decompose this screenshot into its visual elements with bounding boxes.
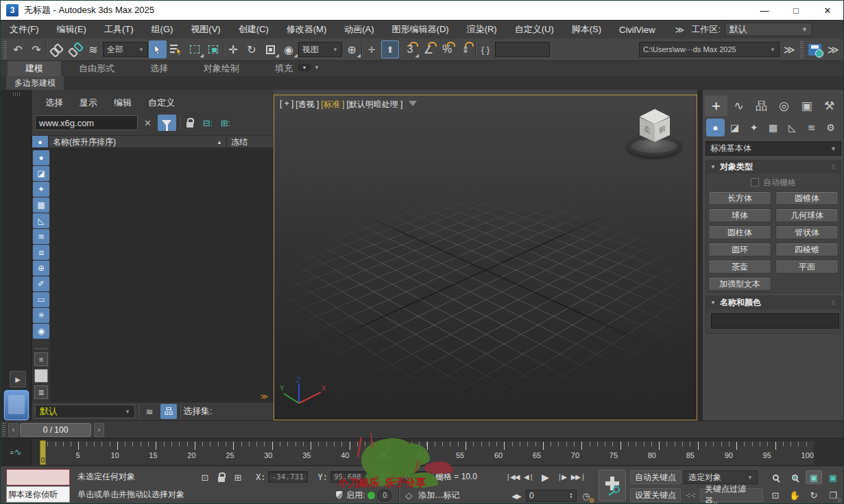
menu-item[interactable]: 编辑(E) (48, 21, 95, 38)
select-and-place-button[interactable]: ◉◢ (280, 40, 298, 58)
primitive-category-dropdown[interactable]: 标准基本体 ▼ (706, 141, 841, 156)
utilities-tab[interactable]: ⚒ (818, 95, 841, 116)
display-children-button[interactable]: ≡ (34, 352, 48, 366)
select-and-move-button[interactable]: ✛ (224, 40, 242, 58)
filter-button[interactable] (158, 115, 176, 131)
workspace-dropdown[interactable]: 默认 ▼ (725, 23, 812, 36)
menu-item[interactable]: CivilView (610, 21, 664, 38)
keyboard-shortcut-override-button[interactable]: ⬆ (381, 40, 399, 58)
shield-icon[interactable] (335, 490, 343, 500)
menu-item[interactable]: 组(G) (143, 21, 182, 38)
wire-cube-icon[interactable]: ◇ (402, 488, 415, 502)
percent-snap-button[interactable]: % (438, 40, 456, 58)
bind-to-spacewarp-button[interactable]: ≋ (84, 40, 102, 58)
named-selection-sets-dropdown[interactable] (495, 42, 550, 57)
rectangular-selection-region-button[interactable]: ◢ (186, 40, 204, 58)
open-mini-curve-editor-button[interactable]: ≡∿ (1, 439, 32, 466)
helpers-category-button[interactable]: ◺ (783, 119, 801, 136)
close-button[interactable]: ✕ (812, 1, 843, 20)
selection-filter-dropdown[interactable]: 全部 ▼ (103, 42, 148, 57)
maxscript-mini-listener[interactable]: 脚本迷你侦听 (6, 486, 70, 503)
primitive-button[interactable]: 圆环 (708, 243, 771, 256)
edit-named-selection-sets-button[interactable]: { } (477, 40, 494, 58)
pan-hand-icon[interactable]: ✋ (786, 488, 803, 502)
toolbar-overflow2-icon[interactable]: ≫ (824, 40, 842, 58)
ribbon-tab[interactable]: 自由形式 (61, 61, 132, 76)
viewport-pov-menu[interactable]: [透视 ] (296, 99, 319, 110)
autosave-button[interactable] (806, 40, 823, 58)
menu-item[interactable]: 视图(V) (182, 21, 229, 38)
viewport-layout-tab-button[interactable] (4, 390, 29, 420)
spinner-snap-button[interactable]: ⇕ (457, 40, 474, 58)
toolbar-overflow-icon[interactable]: ≫ (780, 40, 798, 58)
display-bones[interactable]: ✐ (33, 276, 49, 291)
ribbon-tab[interactable]: 选择 (132, 61, 186, 76)
frame-back-forward-icon[interactable]: ◀▶ (509, 490, 523, 503)
scene-explorer-menu-item[interactable]: 自定义 (141, 95, 182, 110)
display-groups[interactable]: ⧈ (33, 245, 49, 260)
viewport-filter-icon[interactable] (409, 101, 417, 106)
primitive-button[interactable]: 四棱锥 (775, 243, 839, 256)
toolbar-drag-handle[interactable] (3, 40, 7, 58)
next-frame-button[interactable]: › (94, 423, 104, 437)
display-spacewarps[interactable]: ≋ (33, 229, 49, 244)
reference-coordinate-dropdown[interactable]: 视图 ▼ (298, 42, 342, 57)
viewport-style-menu[interactable]: [标准 ] (321, 99, 344, 110)
select-and-link-button[interactable] (47, 40, 65, 58)
display-particles[interactable]: ✳ (33, 308, 49, 323)
primitive-button[interactable]: 圆锥体 (775, 191, 839, 205)
display-cameras[interactable]: ▦ (33, 197, 49, 213)
object-name-input[interactable] (711, 313, 839, 328)
clear-search-icon[interactable]: ✕ (141, 118, 155, 128)
project-folder-dropdown[interactable]: C:\Users\ww⋯ds Max 2025 ▼ (639, 42, 780, 57)
hierarchy-view-button[interactable]: 品 (160, 404, 177, 419)
view-cube[interactable]: 左 前 (625, 105, 684, 163)
select-and-manipulate-button[interactable]: ✛ (363, 40, 381, 58)
display-xrefs[interactable]: ⊕ (33, 261, 49, 276)
display-helpers[interactable]: ◺ (33, 213, 49, 228)
display-tab[interactable]: ▣ (795, 95, 818, 116)
menu-item[interactable]: 动画(A) (335, 21, 383, 38)
absolute-mode-transform-button[interactable]: ⊞ (231, 470, 245, 484)
primitive-button[interactable]: 加强型文本 (708, 277, 771, 291)
display-geometry[interactable]: ● (33, 150, 49, 165)
systems-category-button[interactable]: ⚙ (821, 119, 840, 136)
redo-button[interactable]: ↷ (27, 40, 45, 58)
minimize-button[interactable]: — (749, 1, 780, 20)
name-color-rollout-header[interactable]: ▼ 名称和颜色 ⠿ (706, 296, 841, 309)
autogrid-checkbox[interactable] (751, 178, 759, 187)
go-to-end-button[interactable]: ▶▶❘ (571, 470, 585, 483)
previous-key-button[interactable]: ◀❘ (522, 470, 535, 483)
search-input[interactable] (35, 115, 138, 130)
window-crossing-toggle-button[interactable] (204, 40, 222, 58)
unlink-selection-button[interactable] (66, 40, 84, 58)
select-by-name-button[interactable] (167, 40, 185, 58)
menu-item[interactable]: 工具(T) (95, 21, 143, 38)
zoom-extents-all-icon[interactable]: ▣ (825, 470, 841, 484)
cameras-category-button[interactable]: ▦ (764, 119, 782, 136)
expand-hierarchy-button[interactable]: ⊟: (200, 116, 215, 130)
select-and-rotate-button[interactable]: ↻ (243, 40, 261, 58)
name-column-header[interactable]: 名称(按升序排序) ▲ (49, 135, 227, 149)
orbit-icon[interactable]: ↻ (806, 488, 822, 502)
select-object-button[interactable] (149, 40, 167, 58)
previous-frame-button[interactable]: ‹ (8, 423, 19, 437)
scene-explorer-menu-item[interactable]: 编辑 (107, 95, 138, 110)
auto-key-button[interactable]: 自动关键点 (630, 470, 681, 484)
next-key-button[interactable]: ❘▶ (555, 470, 568, 483)
key-filters-button[interactable]: 关键点过滤器.. (700, 488, 763, 502)
lock-explorer-button[interactable] (182, 116, 197, 130)
dock-drag-handle[interactable] (13, 93, 20, 96)
display-lights[interactable]: ✦ (33, 182, 49, 197)
geometry-category-button[interactable]: ● (706, 119, 725, 136)
frozen-column-header[interactable]: 冻结 (227, 135, 274, 149)
menu-item[interactable]: 修改器(M) (278, 21, 336, 38)
track-bar[interactable]: ≡∿ 0510152025303540455055606570758085909… (1, 438, 843, 466)
menu-overflow-icon[interactable]: ≫ (675, 25, 685, 35)
undo-button[interactable]: ↶ (9, 40, 27, 58)
collapse-hierarchy-button[interactable]: ⊞: (218, 116, 233, 130)
primitive-button[interactable]: 圆柱体 (708, 226, 771, 239)
expand-panel-button[interactable]: ▶ (10, 371, 26, 387)
isolate-selection-button[interactable]: ⊡ (198, 470, 212, 484)
go-to-start-button[interactable]: ❘◀◀ (505, 470, 519, 483)
